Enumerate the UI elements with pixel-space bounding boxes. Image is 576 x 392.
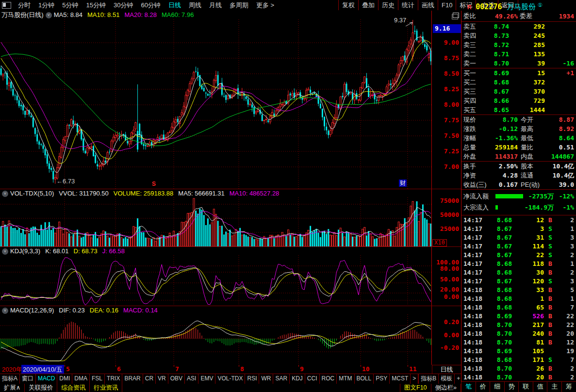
tick-time: 14:18 (463, 374, 485, 381)
indicator-button[interactable]: DMA (72, 374, 90, 384)
tick-row: 14:188.68171S7 (461, 355, 576, 364)
indicator-button[interactable]: ASI (184, 374, 198, 384)
indicator-button[interactable]: SAR (273, 374, 290, 384)
period-tab[interactable]: 月线 (205, 1, 226, 9)
period-tab[interactable]: 日线 (165, 1, 185, 9)
low-annotation: ←6.73 (56, 178, 75, 185)
bid-label: 买五 (463, 106, 482, 114)
toolbar-button[interactable]: 叠加 (358, 0, 379, 10)
ask-row: 卖五8.74292 (461, 22, 576, 31)
indicator-button[interactable]: RSI (245, 374, 259, 384)
chevron-down-icon[interactable]: ˅ (2, 191, 8, 197)
indicator-button[interactable]: TRIX (104, 374, 122, 384)
chevron-down-icon[interactable]: ˅ (46, 12, 52, 18)
period-box[interactable]: 日线 (432, 365, 461, 374)
indicator-button[interactable]: VOL-TDX (215, 374, 245, 384)
bottom-tab[interactable]: 行业资讯 (89, 384, 122, 392)
month-label: 8 (240, 365, 244, 373)
period-tab[interactable]: 30分钟 (110, 1, 137, 9)
chevron-down-icon[interactable]: ˅ (2, 308, 8, 314)
indicator-button[interactable]: MCST (389, 374, 411, 384)
indicator-button[interactable]: KDJ (289, 374, 305, 384)
ask-volume: 285 (509, 41, 545, 49)
tick-volume: 120 (512, 278, 544, 285)
period-tab[interactable]: 15分钟 (82, 1, 109, 9)
period-tab[interactable]: 周线 (185, 1, 205, 9)
toolbar-button[interactable]: F10 (438, 0, 456, 10)
indicator-button[interactable]: MTM (336, 374, 354, 384)
financial-report-marker[interactable]: 财 (399, 180, 407, 187)
tick-tab-势[interactable]: 势 (504, 382, 519, 392)
tick-count: 22 (557, 312, 574, 320)
indicator-button[interactable]: CCI (305, 374, 320, 384)
bottom-tab[interactable]: 关联报价 (24, 384, 57, 392)
month-label: 11 (409, 365, 417, 373)
indicator-button[interactable]: BOLL (354, 374, 374, 384)
ex-dividend-marker[interactable]: S (152, 180, 156, 187)
axis-tick-label: 7.00 (444, 163, 459, 170)
info-value: 0.51 (542, 144, 574, 151)
tick-tab-笔[interactable]: 笔 (461, 382, 476, 392)
month-tick (174, 365, 174, 367)
period-tab[interactable]: 多周期 (226, 1, 252, 9)
period-tab[interactable]: 1分钟 (34, 1, 58, 9)
chevron-down-icon[interactable]: ˅ (2, 248, 8, 255)
indicator-group-button[interactable]: 窗口 (19, 374, 36, 384)
tick-price: 8.68 (485, 295, 512, 302)
window-icon[interactable] (2, 2, 11, 9)
kdj-plot[interactable] (0, 255, 432, 306)
tick-tab-主[interactable]: 主 (547, 382, 562, 392)
tick-tab-筹[interactable]: 筹 (561, 382, 576, 392)
macd-plot[interactable] (0, 314, 432, 365)
template-button[interactable]: 模板 (438, 374, 455, 384)
tick-price: 8.67 (485, 251, 512, 259)
toolbar-button[interactable]: 复权 (338, 0, 359, 10)
period-tab[interactable]: 5分钟 (58, 1, 82, 9)
price-badge: 9.16 (433, 24, 461, 33)
tick-row: 14:178.67120S3 (461, 277, 576, 285)
tick-tab-值[interactable]: 值 (533, 382, 548, 392)
period-tab[interactable]: 60分钟 (137, 1, 164, 9)
indicator-group-button[interactable]: 指标B (418, 374, 439, 384)
tick-count: 3 (557, 234, 574, 241)
indicator-button[interactable]: VR (155, 374, 168, 384)
candlestick-plot[interactable] (0, 19, 432, 189)
price-axis: 9.008.758.508.258.007.757.507.257.00 (431, 11, 461, 189)
indicator-value-label: D: 68.73 (74, 247, 98, 255)
indicator-button[interactable]: EMV (198, 374, 215, 384)
indicator-button[interactable]: OBV (168, 374, 185, 384)
period-tab[interactable]: 更多 > (252, 1, 278, 9)
period-tab[interactable]: 分时 (14, 1, 34, 9)
month-tick (408, 365, 408, 367)
toolbar-button[interactable]: 统计 (398, 0, 418, 10)
weibi-label: 委比 (463, 12, 476, 20)
bottom-tab[interactable]: 扩展∧ (0, 384, 25, 392)
axis-tick-label: 8.75 (444, 55, 459, 62)
indicator-button[interactable]: MACD (35, 374, 57, 384)
ask-volume: 292 (509, 23, 545, 30)
indicator-button[interactable]: DMI (57, 374, 72, 384)
ask-label: 卖五 (463, 22, 482, 31)
volume-plot[interactable] (0, 197, 432, 246)
info-row: 收益(三)0.167PE(动)39.0 (461, 180, 576, 189)
indicator-group-button[interactable]: 指标A (0, 374, 20, 384)
maximize-icon[interactable] (453, 13, 459, 18)
indicator-button[interactable]: FSL (89, 374, 105, 384)
toolbar-button[interactable]: 画线 (418, 0, 438, 10)
indicator-button[interactable]: PSY (373, 374, 390, 384)
tick-count: 1 (557, 225, 574, 232)
bottom-tab[interactable]: 综合资讯 (57, 384, 90, 392)
tick-tab-联[interactable]: 联 (518, 382, 533, 392)
tick-tab-价[interactable]: 价 (476, 382, 491, 392)
tick-direction: B (544, 339, 557, 346)
f10-button[interactable]: 图文F10 (400, 384, 431, 392)
indicator-button[interactable]: > (410, 374, 418, 384)
sidebar-toggle-button[interactable]: 侧边栏» (431, 384, 461, 392)
indicator-button[interactable]: ROC (319, 374, 337, 384)
tick-tab-细[interactable]: 细 (490, 382, 505, 392)
indicator-button[interactable]: CR (143, 374, 156, 384)
bid-price: 8.69 (482, 69, 509, 77)
toolbar-button[interactable]: 历史 (378, 0, 398, 10)
indicator-button[interactable]: WR (259, 374, 273, 384)
indicator-button[interactable]: BRAR (122, 374, 143, 384)
